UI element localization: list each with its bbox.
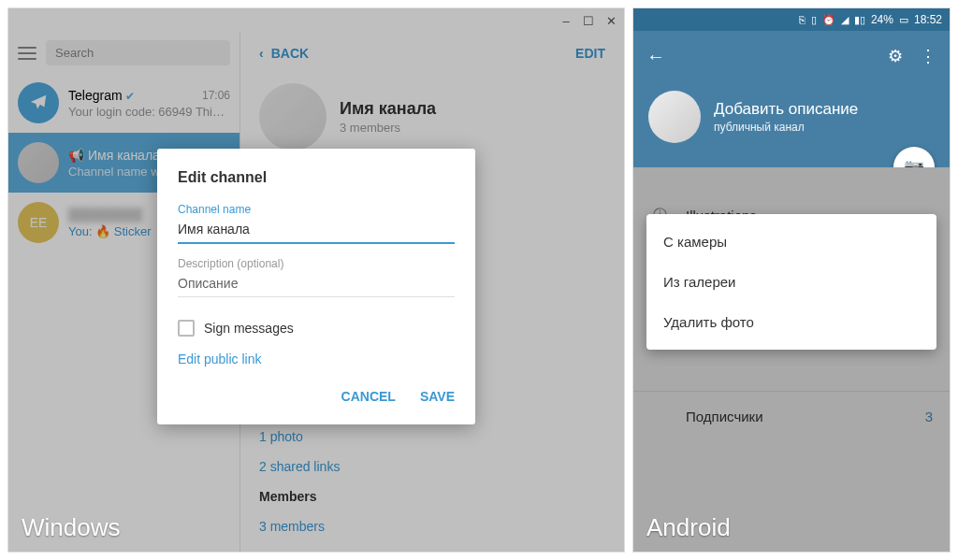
description-input[interactable] [178, 272, 455, 297]
status-time: 18:52 [914, 13, 942, 26]
android-body: ⓘ Illustrations · Подписчики 3 С камеры … [633, 167, 950, 552]
channel-name-input[interactable] [178, 218, 455, 244]
platform-label: Windows [22, 513, 120, 542]
edit-channel-dialog: Edit channel Channel name Description (o… [157, 149, 475, 424]
app-toolbar: ← ⚙ ⋮ [633, 31, 950, 81]
vibrate-icon: ▯ [811, 14, 817, 26]
dialog-title: Edit channel [178, 169, 455, 186]
cast-icon: ⎘ [799, 14, 806, 25]
windows-panel: – ☐ ✕ Search Telegram ✔ 17:06 Your [7, 7, 625, 553]
overflow-icon[interactable]: ⋮ [920, 46, 936, 66]
save-button[interactable]: SAVE [420, 389, 455, 404]
sign-messages-label: Sign messages [204, 321, 294, 336]
channel-title: Добавить описание [714, 100, 858, 119]
channel-header: Добавить описание публичный канал 📷 [633, 81, 950, 167]
modal-overlay[interactable]: Edit channel Channel name Description (o… [8, 8, 624, 552]
battery-percent: 24% [871, 13, 893, 26]
wifi-icon: ◢ [841, 14, 849, 26]
sign-messages-row[interactable]: Sign messages [178, 320, 455, 337]
status-bar: ⎘ ▯ ⏰ ◢ ▮▯ 24% ▭ 18:52 [633, 8, 950, 31]
description-label: Description (optional) [178, 257, 455, 270]
cancel-button[interactable]: CANCEL [341, 389, 396, 404]
edit-public-link[interactable]: Edit public link [178, 352, 455, 366]
channel-subtitle: публичный канал [714, 121, 858, 134]
platform-label: Android [646, 513, 731, 542]
menu-from-camera[interactable]: С камеры [646, 222, 936, 262]
signal-icon: ▮▯ [854, 14, 865, 26]
battery-icon: ▭ [899, 14, 908, 26]
menu-delete-photo[interactable]: Удалить фото [646, 302, 936, 342]
alarm-icon: ⏰ [822, 14, 835, 26]
android-panel: ⎘ ▯ ⏰ ◢ ▮▯ 24% ▭ 18:52 ← ⚙ ⋮ Добавить оп… [632, 7, 951, 553]
sign-messages-checkbox[interactable] [178, 320, 195, 337]
menu-from-gallery[interactable]: Из галереи [646, 262, 936, 302]
name-label: Channel name [178, 203, 455, 216]
photo-source-menu: С камеры Из галереи Удалить фото [646, 214, 936, 350]
back-arrow-icon[interactable]: ← [646, 46, 665, 67]
gear-icon[interactable]: ⚙ [888, 46, 903, 66]
channel-avatar [648, 91, 701, 143]
